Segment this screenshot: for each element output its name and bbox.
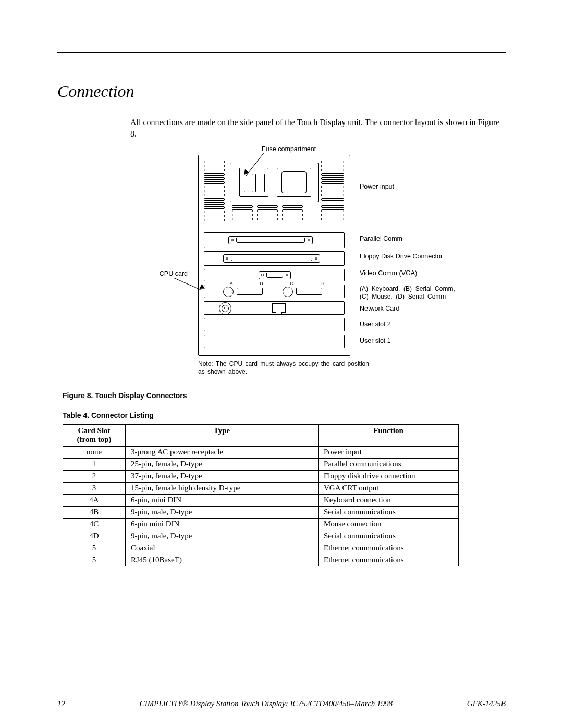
table-row: 315-pin, female high density D-typeVGA C… [63,482,459,494]
fuse-compartment-icon [239,168,268,197]
vent-icon [282,205,303,220]
mini-din-icon [283,287,293,297]
vent-icon [321,205,344,220]
mini-din-icon [223,287,234,297]
th-slot: Card Slot (from top) [63,424,126,446]
coax-icon [219,302,231,315]
label-parallel: Parallel Comm [360,235,402,242]
slot-floppy [204,251,345,266]
th-type: Type [126,424,319,446]
cell-type: 9-pin, male, D-type [126,530,319,542]
label-abcd: (A) Keyboard, (B) Serial Comm, (C) Mouse… [360,285,455,300]
cell-type: 37-pin, female, D-type [126,470,319,482]
cell-slot: 5 [63,542,126,554]
cell-type: 6-pin, mini DIN [126,494,319,506]
cell-slot: 4B [63,506,126,518]
slot-cpu [204,285,345,298]
cell-slot: 1 [63,458,126,470]
header-rule [57,52,506,53]
table-header-row: Card Slot (from top) Type Function [63,424,459,446]
cell-type: 15-pin, female high density D-type [126,482,319,494]
table-row: 4A6-pin, mini DINKeyboard connection [63,494,459,506]
page-footer: 12 CIMPLICITY® Display Station Touch Dis… [57,699,506,708]
db9-icon [237,288,263,295]
table-row: 125-pin, female, D-typeParallel communic… [63,458,459,470]
power-input-icon [277,168,311,197]
cell-function: Ethernet communications [319,554,459,566]
cell-type: 3-prong AC power receptacle [126,446,319,458]
label-power: Power input [360,183,394,190]
cell-function: Mouse connection [319,518,459,530]
table-row: 4D9-pin, male, D-typeSerial communicatio… [63,530,459,542]
cell-slot: 2 [63,470,126,482]
table-row: 4B9-pin, male, D-typeSerial communicatio… [63,506,459,518]
cell-function: Serial communications [319,530,459,542]
cell-slot: 4D [63,530,126,542]
th-function: Function [319,424,459,446]
table-row: 4C6-pin mini DINMouse connection [63,518,459,530]
table-row: 5RJ45 (10BaseT)Ethernet communications [63,554,459,566]
figure-caption: Figure 8. Touch Display Connectors [63,391,506,400]
cell-function: Ethernet communications [319,542,459,554]
cell-type: 9-pin, male, D-type [126,506,319,518]
cell-slot: 4A [63,494,126,506]
label-user1: User slot 1 [360,337,391,344]
connector-table: Card Slot (from top) Type Function none3… [63,424,459,566]
footer-center: CIMPLICITY® Display Station Touch Displa… [65,699,467,708]
cell-type: 25-pin, female, D-type [126,458,319,470]
cell-function: Keyboard connection [319,494,459,506]
figure-note: Note: The CPU card must always occupy th… [198,360,370,376]
slot-user1 [204,335,345,348]
slot-network [204,301,345,315]
vent-icon [257,205,278,220]
footer-right: GFK-1425B [467,699,506,708]
table-row: none3-prong AC power receptaclePower inp… [63,446,459,458]
vent-icon [204,161,225,221]
label-user2: User slot 2 [360,320,391,328]
cell-function: Serial communications [319,506,459,518]
label-fuse: Fuse compartment [262,145,316,153]
slot-user2 [204,318,345,331]
cell-function: Parallel communications [319,458,459,470]
cell-type: 6-pin mini DIN [126,518,319,530]
cell-type: RJ45 (10BaseT) [126,554,319,566]
leader-cpu [174,278,201,290]
cell-function: VGA CRT output [319,482,459,494]
label-network: Network Card [360,305,399,312]
table-row: 237-pin, female, D-typeFloppy disk drive… [63,470,459,482]
cell-function: Power input [319,446,459,458]
table-caption: Table 4. Connector Listing [63,411,506,419]
cell-type: Coaxial [126,542,319,554]
slot-vga [204,269,345,281]
cell-slot: none [63,446,126,458]
figure-8: Fuse compartment [146,152,506,381]
label-video: Video Comm (VGA) [360,269,417,277]
cell-slot: 3 [63,482,126,494]
footer-page: 12 [57,699,65,708]
intro-paragraph: All connections are made on the side pan… [130,117,506,139]
section-title: Connection [57,82,506,101]
label-floppy: Floppy Disk Drive Connector [360,253,443,260]
db9-icon [296,288,322,295]
vent-icon [321,161,344,201]
cell-function: Floppy disk drive connection [319,470,459,482]
rj45-icon [272,303,286,313]
table-row: 5CoaxialEthernet communications [63,542,459,554]
label-cpu: CPU card [146,270,188,277]
cell-slot: 5 [63,554,126,566]
panel-outline: A B C D [198,155,350,356]
slot-parallel [204,232,345,248]
vent-icon [232,205,253,220]
cell-slot: 4C [63,518,126,530]
